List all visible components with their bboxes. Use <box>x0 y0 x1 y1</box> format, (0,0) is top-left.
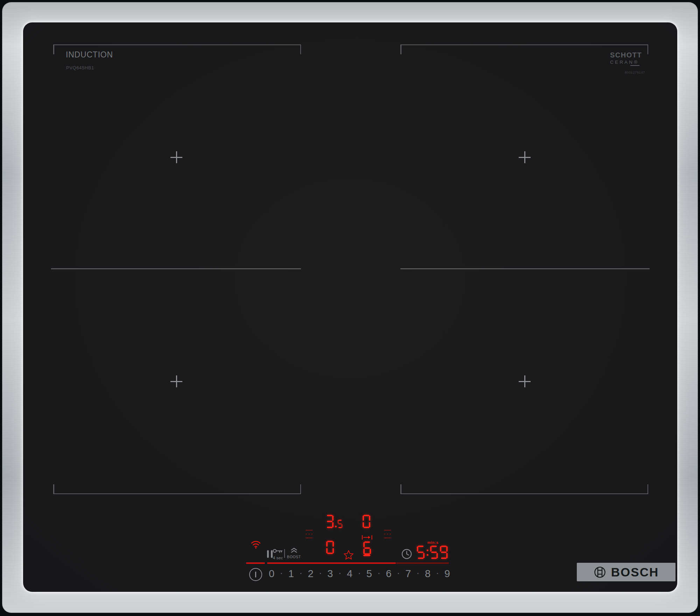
power-level-4[interactable]: 4 <box>347 568 352 580</box>
level-separator-dot: · <box>299 568 302 579</box>
level-separator-dot: · <box>358 568 361 579</box>
level-separator-dot: · <box>377 568 380 579</box>
key-icon <box>273 548 283 554</box>
power-level-2[interactable]: 2 <box>308 568 314 580</box>
power-level-8[interactable]: 8 <box>425 568 430 580</box>
power-level-7[interactable]: 7 <box>405 568 411 580</box>
level-separator-dot: · <box>436 568 439 579</box>
display-rear-left-power[interactable] <box>325 515 343 528</box>
zone-divider-left <box>51 268 301 269</box>
display-front-right-power[interactable] <box>362 541 372 555</box>
power-level-5[interactable]: 5 <box>366 568 372 580</box>
selected-zone-underline <box>363 555 370 556</box>
zone-center-cross-front-left <box>170 375 182 387</box>
level-separator-dot: · <box>397 568 400 579</box>
zone-center-cross-rear-right <box>519 151 531 163</box>
power-level-scale[interactable]: 0·1·2·3·4·5·6·7·8·9 <box>269 568 450 580</box>
move-zone-icon <box>362 535 373 540</box>
display-timer[interactable] <box>416 546 449 559</box>
power-icon[interactable] <box>249 568 262 581</box>
bosch-armature-icon <box>594 566 606 579</box>
display-rear-right-power[interactable] <box>362 515 371 528</box>
star-icon[interactable] <box>343 550 354 560</box>
slider-line-active[interactable] <box>267 562 396 564</box>
display-front-left-power[interactable] <box>325 541 335 554</box>
level-separator-dot: · <box>319 568 322 579</box>
ceran-underline <box>630 65 639 66</box>
clock-icon[interactable] <box>401 548 412 560</box>
zone-marking-front-right <box>400 484 648 494</box>
zone-indicator-right-icon <box>383 529 392 539</box>
zone-divider-right <box>400 268 650 269</box>
boost-label: BOOST <box>287 555 301 559</box>
zone-marking-rear-left <box>53 44 301 55</box>
boost-control[interactable]: BOOST <box>287 548 301 559</box>
zone-indicator-left-icon <box>305 529 313 539</box>
level-separator-dot: · <box>416 568 420 579</box>
glass-serial-number: 8001279147 <box>625 70 645 74</box>
slider-line-inactive[interactable] <box>396 562 449 564</box>
zone-marking-rear-right <box>400 44 648 55</box>
timer-unit-label: min:s <box>427 540 439 545</box>
zone-center-cross-rear-left <box>170 151 182 163</box>
wifi-icon[interactable] <box>251 540 261 549</box>
key-lock-control[interactable]: 4 sec <box>273 548 283 560</box>
bosch-wordmark: BOSCH <box>611 565 659 579</box>
pause-icon[interactable] <box>267 550 273 558</box>
model-number: PVQ645HB1 <box>66 65 94 70</box>
induction-hob: INDUCTION PVQ645HB1 SCHOTT CERAN® 800127… <box>0 0 700 616</box>
control-divider <box>284 549 285 558</box>
power-level-6[interactable]: 6 <box>386 568 392 580</box>
ceran-wordmark: CERAN® <box>610 60 645 65</box>
zone-marking-front-left <box>53 484 301 494</box>
power-level-1[interactable]: 1 <box>288 568 294 580</box>
zone-center-cross-front-right <box>519 375 531 387</box>
key-lock-label: 4 sec <box>273 556 283 560</box>
bosch-badge: BOSCH <box>577 563 676 581</box>
level-separator-dot: · <box>280 568 283 579</box>
power-level-9[interactable]: 9 <box>444 568 450 580</box>
ceramic-glass-surface: INDUCTION PVQ645HB1 SCHOTT CERAN® 800127… <box>23 22 677 592</box>
chevron-up-double-icon <box>290 548 298 553</box>
power-level-3[interactable]: 3 <box>327 568 333 580</box>
power-level-0[interactable]: 0 <box>269 568 274 580</box>
slider-line-segment-left <box>246 562 265 564</box>
level-separator-dot: · <box>338 568 342 579</box>
